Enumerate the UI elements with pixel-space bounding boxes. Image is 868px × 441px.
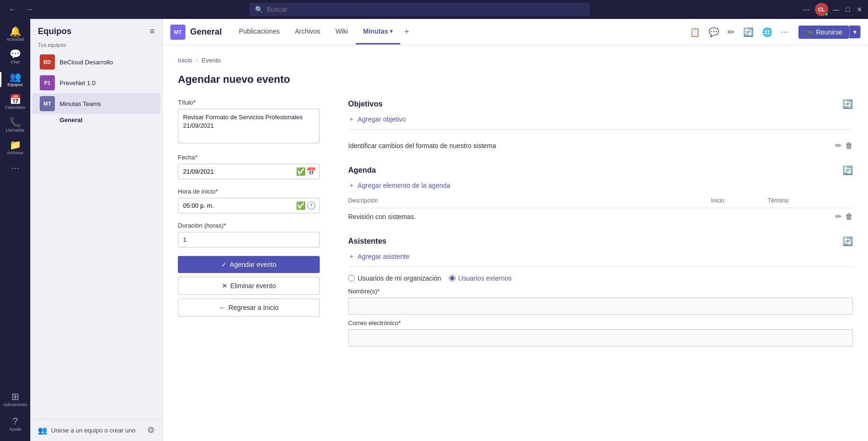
sidebar-label-aplicaciones: Aplicaciones <box>3 402 27 407</box>
agenda-row-0: Revisión con sistemas. ✏ 🗑 <box>348 208 853 225</box>
video-icon: 📹 <box>805 28 813 36</box>
add-asistente-button[interactable]: ＋ Agregar asistente <box>348 252 853 261</box>
team-name-minutas: Minutas Teams <box>60 100 147 107</box>
sidebar-item-llamadas[interactable]: 📞 Llamadas <box>0 114 30 136</box>
duracion-label: Duración (horas)* <box>178 222 320 229</box>
close-button[interactable]: ✕ <box>857 6 862 13</box>
apps-icon: ⊞ <box>11 392 19 401</box>
reunirse-dropdown-button[interactable]: ▾ <box>849 26 860 38</box>
more-action-button[interactable]: ··· <box>779 25 790 39</box>
nombres-input[interactable] <box>348 298 853 315</box>
channel-header-actions: 📋 💬 ✏ 🔄 🌐 ··· 📹 Reunirse ▾ <box>688 25 860 39</box>
edit-action-button[interactable]: ✏ <box>726 25 736 39</box>
correo-input[interactable] <box>348 329 853 346</box>
meet-action-button[interactable]: 💬 <box>707 25 721 39</box>
tab-minutas[interactable]: Minutas ▾ <box>356 19 401 44</box>
view-action-button[interactable]: 📋 <box>688 25 702 39</box>
agenda-row-actions-0: ✏ 🗑 <box>824 212 853 221</box>
web-action-button[interactable]: 🌐 <box>760 25 774 39</box>
radio-externos[interactable]: Usuarios externos <box>449 274 512 282</box>
sidebar-item-actividad[interactable]: 🔔 Actividad <box>0 23 30 45</box>
add-tab-button[interactable]: + <box>400 19 413 45</box>
sidebar-item-more[interactable]: ··· <box>0 159 30 176</box>
radio-internos-input[interactable] <box>348 275 355 282</box>
tab-publicaciones[interactable]: Publicaciones <box>231 19 287 44</box>
reunirse-button[interactable]: 📹 Reunirse <box>798 26 849 39</box>
objetivo-delete-button-0[interactable]: 🗑 <box>845 141 853 150</box>
breadcrumb-inicio[interactable]: Inicio <box>178 57 192 64</box>
form-left: Título* Revisar Formato de Servicios Pro… <box>178 99 320 346</box>
settings-button[interactable]: ⚙ <box>147 425 155 435</box>
forward-button[interactable]: → <box>23 3 36 16</box>
team-item-minutas[interactable]: MT Minutas Teams ··· <box>32 93 160 114</box>
chat-icon: 💬 <box>9 49 21 59</box>
duracion-input[interactable]: 1 <box>178 232 320 247</box>
radio-externos-input[interactable] <box>449 275 456 282</box>
agenda-section: Agenda 🔄 ＋ Agregar elemento de la agenda… <box>348 165 853 225</box>
radio-internos[interactable]: Usuarios de mi organización <box>348 274 441 282</box>
filter-button[interactable]: ≡ <box>149 26 155 36</box>
sidebar-item-archivos[interactable]: 📁 Archivos <box>0 136 30 159</box>
tab-wiki[interactable]: Wiki <box>328 19 355 44</box>
calendar-picker-icon[interactable]: 📅 <box>307 167 316 176</box>
add-objetivo-button[interactable]: ＋ Agregar objetivo <box>348 115 853 123</box>
sidebar-item-equipos[interactable]: 👥 Equipos <box>0 68 30 91</box>
objetivo-edit-button-0[interactable]: ✏ <box>835 141 842 150</box>
agenda-title: Agenda <box>348 166 376 175</box>
sidebar-item-chat[interactable]: 💬 Chat <box>0 45 30 68</box>
teams-panel-title: Equipos <box>38 26 71 36</box>
join-team-button[interactable]: 👥 Unirse a un equipo o crear uno <box>38 426 136 435</box>
teams-section-label: Tus equipos <box>30 40 162 52</box>
channel-item-general[interactable]: General <box>32 114 160 126</box>
teams-bottom: 👥 Unirse a un equipo o crear uno ⚙ <box>30 419 162 441</box>
agenda-delete-button-0[interactable]: 🗑 <box>845 212 853 221</box>
sidebar-item-calendario[interactable]: 📅 Calendario <box>0 91 30 114</box>
add-agenda-button[interactable]: ＋ Agregar elemento de la agenda <box>348 181 853 190</box>
back-button[interactable]: ← <box>6 3 19 16</box>
hora-label: Hora de inicio* <box>178 188 320 195</box>
join-icon: 👥 <box>38 426 47 435</box>
maximize-button[interactable]: □ <box>846 6 850 13</box>
sidebar-label-ayuda: Ayuda <box>9 427 21 432</box>
team-name-becloud: BeCloud Desarrollo <box>60 59 147 66</box>
asistentes-section: Asistentes 🔄 ＋ Agregar asistente Usuario… <box>348 236 853 346</box>
sidebar: 🔔 Actividad 💬 Chat 👥 Equipos 📅 Calendari… <box>0 19 30 441</box>
asistentes-title: Asistentes <box>348 237 386 246</box>
team-item-becloud[interactable]: BD BeCloud Desarrollo ··· <box>32 52 160 72</box>
join-team-label: Unirse a un equipo o crear uno <box>51 427 136 434</box>
check-icon-fecha: ✅ <box>296 167 306 176</box>
sidebar-item-ayuda[interactable]: ? Ayuda <box>3 413 27 435</box>
sidebar-label-chat: Chat <box>10 60 19 64</box>
main-content: MT General Publicaciones Archivos Wiki M… <box>163 19 868 441</box>
help-icon: ? <box>12 416 18 426</box>
agenda-refresh-button[interactable]: 🔄 <box>842 165 853 176</box>
titulo-input[interactable]: Revisar Formato de Servicios Profesional… <box>178 109 320 143</box>
more-options-button[interactable]: ··· <box>803 5 810 15</box>
titlebar-right: ··· CL — □ ✕ <box>803 3 862 16</box>
minimize-button[interactable]: — <box>833 6 840 13</box>
tab-archivos[interactable]: Archivos <box>287 19 328 44</box>
time-picker-icon[interactable]: 🕐 <box>307 201 316 210</box>
regresar-inicio-button[interactable]: ← Regresar a Inicio <box>178 299 320 317</box>
eliminar-evento-button[interactable]: ✕ Eliminar evento <box>178 277 320 295</box>
sidebar-label-equipos: Equipos <box>8 82 23 87</box>
refresh-action-button[interactable]: 🔄 <box>741 25 755 39</box>
form-layout: Título* Revisar Formato de Servicios Pro… <box>178 99 853 346</box>
channel-name: General <box>190 27 222 37</box>
search-bar[interactable]: 🔍 <box>249 3 590 16</box>
objetivos-refresh-button[interactable]: 🔄 <box>842 99 853 109</box>
sidebar-item-aplicaciones[interactable]: ⊞ Aplicaciones <box>3 388 27 411</box>
channel-tabs: Publicaciones Archivos Wiki Minutas ▾ + <box>231 19 688 45</box>
asistentes-refresh-button[interactable]: 🔄 <box>842 236 853 247</box>
agendar-evento-button[interactable]: ✓ Agendar evento <box>178 256 320 273</box>
team-item-prevenet[interactable]: P1 PreveNet 1.0 ··· <box>32 72 160 93</box>
breadcrumb: Inicio › Evento <box>178 57 853 64</box>
search-input[interactable] <box>267 6 584 13</box>
window-controls: — □ ✕ <box>833 6 862 13</box>
fecha-input-wrapper: 21/09/2021 ✅ 📅 <box>178 164 320 179</box>
calls-icon: 📞 <box>9 117 21 127</box>
more-icon: ··· <box>11 163 19 172</box>
avatar[interactable]: CL <box>815 3 828 16</box>
agenda-edit-button-0[interactable]: ✏ <box>835 212 842 221</box>
titulo-field: Título* Revisar Formato de Servicios Pro… <box>178 99 320 145</box>
